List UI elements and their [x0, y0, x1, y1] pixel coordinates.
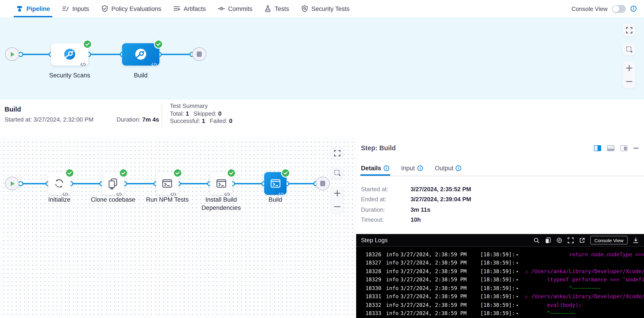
tab-input[interactable]: Input [401, 161, 423, 176]
step-detail-fields: Started at:3/27/2024, 2:35:52 PMEnded at… [361, 184, 471, 225]
stage-graph-canvas[interactable]: Security ScansBuild [0, 17, 644, 100]
expand-arrow-icon[interactable]: ▸ [516, 276, 522, 284]
policy-evaluations-icon [101, 5, 108, 12]
tab-tests[interactable]: Tests [258, 0, 295, 17]
detail-value: 3/27/2024, 2:35:52 PM [410, 186, 471, 193]
select-region-button[interactable] [622, 43, 635, 55]
tab-label: Security Tests [311, 5, 350, 12]
info-icon[interactable] [456, 165, 462, 171]
fit-to-screen-button[interactable] [331, 147, 344, 159]
tab-security-tests[interactable]: Security Tests [295, 0, 356, 17]
zoom-in-button[interactable] [622, 61, 635, 75]
expand-arrow-icon[interactable]: ▸ [516, 250, 522, 259]
expand-arrow-icon[interactable]: ▸ [516, 284, 522, 293]
tab-label: Policy Evaluations [111, 5, 161, 12]
node-card-clone-codebase[interactable] [102, 172, 124, 195]
marquee-icon [334, 169, 340, 176]
start-node [5, 47, 19, 61]
connector-line [287, 183, 316, 184]
terminal-icon [270, 178, 281, 189]
log-time: [18:38:59]: [480, 309, 516, 318]
minimize-panel-icon[interactable] [634, 148, 638, 149]
tab-policy-evaluations[interactable]: Policy Evaluations [95, 0, 167, 17]
download-logs-icon[interactable] [632, 237, 639, 243]
fullscreen-icon[interactable] [568, 237, 574, 243]
tab-artifacts[interactable]: Artifacts [167, 0, 212, 17]
node-card-security-scans[interactable] [51, 43, 88, 65]
info-icon[interactable] [417, 165, 423, 171]
step-logs-actions: Console View [533, 236, 644, 245]
code-icon [116, 189, 122, 193]
status-success-icon [282, 170, 290, 177]
top-nav: PipelineInputsPolicy EvaluationsArtifact… [0, 0, 644, 18]
log-line: 18333info3/27/2024, 2:38:59 PM[18:38:59]… [356, 309, 644, 318]
log-date: 3/27/2024, 2:38:59 PM [400, 301, 480, 309]
log-line-number: 18330 [361, 284, 386, 293]
log-content: (typeof performance === "undefine [522, 276, 644, 284]
detail-label: Started at: [361, 186, 410, 193]
search-icon[interactable] [533, 237, 540, 243]
expand-arrow-icon[interactable]: ▸ [516, 267, 522, 276]
zoom-out-button[interactable] [622, 75, 635, 88]
log-line-number: 18328 [361, 267, 386, 276]
status-success-icon [228, 170, 235, 177]
zoom-in-button[interactable] [331, 187, 344, 200]
warning-icon: ⚠ [522, 267, 531, 276]
expand-arrow-icon[interactable]: ▸ [516, 301, 522, 309]
step-logs-toolbar: Step Logs Console View [356, 234, 644, 247]
expand-arrow-icon[interactable]: ▸ [516, 293, 522, 301]
gear-icon[interactable] [556, 237, 562, 243]
log-time: [18:38:59]: [480, 259, 516, 267]
log-line-number: 18331 [361, 293, 386, 301]
test-summary-row: Successful: 1Failed: 0 [170, 117, 237, 125]
log-line-number: 18333 [361, 309, 386, 318]
tab-pipeline[interactable]: Pipeline [10, 0, 56, 17]
tab-details[interactable]: Details [361, 161, 390, 176]
log-line: 18330info3/27/2024, 2:38:59 PM[18:38:59]… [356, 284, 644, 293]
fit-to-screen-button[interactable] [622, 24, 635, 36]
node-card-run-npm-tests[interactable] [156, 172, 178, 195]
connector-line [232, 183, 264, 184]
console-view-toggle[interactable] [612, 5, 626, 12]
console-view-button[interactable]: Console View [590, 236, 628, 245]
status-success-icon [66, 170, 73, 177]
end-node [316, 177, 330, 190]
tab-label: Commits [228, 5, 252, 12]
expand-arrow-icon[interactable]: ▸ [516, 259, 522, 267]
layout-split-right-icon[interactable] [620, 145, 628, 151]
log-line-number: 18326 [361, 250, 386, 259]
tab-inputs[interactable]: Inputs [56, 0, 95, 17]
log-date: 3/27/2024, 2:38:59 PM [400, 284, 480, 293]
node-card-build[interactable] [122, 43, 160, 65]
connector-line [70, 183, 102, 184]
stage-title: Build [4, 106, 21, 113]
info-icon[interactable] [384, 165, 390, 171]
tab-commits[interactable]: Commits [212, 0, 258, 17]
layout-split-bottom-icon[interactable] [607, 145, 614, 151]
end-node [192, 47, 206, 61]
tab-label: Tests [275, 5, 289, 12]
security-tests-icon [301, 5, 308, 12]
zoom-out-button[interactable] [331, 200, 344, 214]
log-date: 3/27/2024, 2:38:59 PM [400, 293, 480, 301]
copy-logs-icon[interactable] [545, 237, 551, 243]
tab-output[interactable]: Output [435, 161, 462, 176]
step-graph-canvas[interactable]: InitializeClone codebaseRun NPM TestsIns… [0, 138, 356, 318]
terminal-icon [162, 178, 173, 189]
open-in-new-icon[interactable] [579, 237, 585, 243]
log-lines: 18326info3/27/2024, 2:38:59 PM[18:38:59]… [356, 246, 644, 318]
node-card-initialize[interactable] [48, 172, 70, 195]
detail-row-duration: Duration:3m 11s [361, 204, 471, 215]
stop-icon [320, 181, 325, 186]
layout-split-left-icon[interactable] [594, 145, 601, 151]
select-region-button[interactable] [331, 166, 344, 179]
log-date: 3/27/2024, 2:38:59 PM [400, 309, 480, 318]
node-card-build[interactable] [264, 172, 287, 195]
expand-arrow-icon[interactable]: ▸ [516, 309, 522, 318]
detail-label: Duration: [361, 206, 410, 213]
info-icon[interactable] [630, 5, 637, 12]
node-card-install-build-dependencies[interactable] [210, 172, 232, 195]
detail-value: 10h [410, 217, 421, 223]
log-level: info [386, 301, 400, 309]
log-line: 18326info3/27/2024, 2:38:59 PM[18:38:59]… [356, 250, 644, 259]
